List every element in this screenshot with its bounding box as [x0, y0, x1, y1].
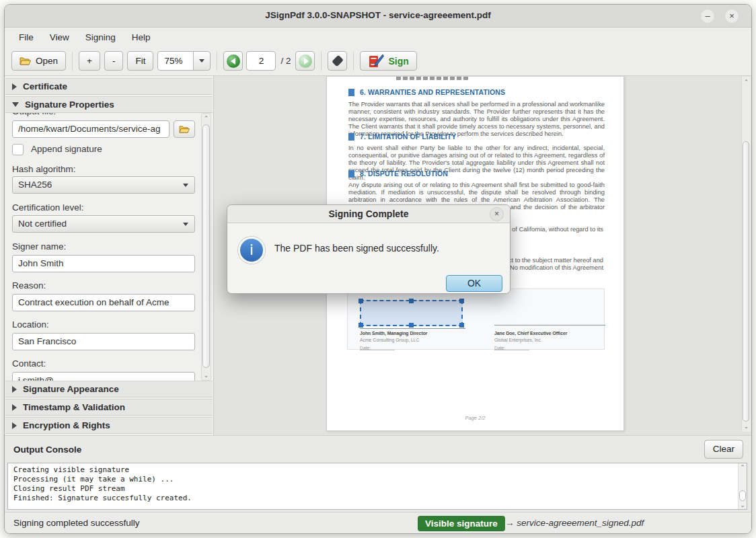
- status-bar: Signing completed successfully Visible s…: [5, 512, 751, 534]
- title-bar: JSignPdf 3.0.0-SNAPSHOT - service-agreee…: [5, 5, 751, 28]
- output-console-panel: Output Console Clear Creating visible si…: [5, 435, 751, 512]
- visible-signature-placement[interactable]: [360, 300, 463, 326]
- browse-output-button[interactable]: [174, 120, 195, 138]
- resize-handle[interactable]: [409, 299, 414, 303]
- scroll-down-icon: ⌄: [742, 423, 751, 430]
- signature-properties-panel: Output file: /home/kwart/Documents/servi…: [5, 113, 213, 381]
- reason-input[interactable]: Contract execution on behalf of Acme: [12, 294, 195, 311]
- folder-icon: [20, 56, 32, 66]
- signature-line: [494, 325, 605, 325]
- output-file-input[interactable]: /home/kwart/Documents/service-ag: [12, 120, 169, 138]
- previous-page-icon: [227, 54, 240, 68]
- toolbar-separator: [217, 52, 217, 71]
- toolbar-separator: [321, 52, 322, 71]
- previous-page-button[interactable]: [223, 51, 243, 71]
- menu-view[interactable]: View: [42, 30, 77, 45]
- status-message: Signing completed successfully: [13, 518, 140, 528]
- certification-level-label: Certification level:: [12, 202, 84, 213]
- scrollbar-thumb[interactable]: [743, 141, 749, 422]
- output-file-label: Output file:: [12, 113, 56, 117]
- menu-file[interactable]: File: [11, 30, 41, 45]
- visible-signature-badge: Visible signature: [418, 516, 505, 531]
- section-certificate-label: Certificate: [23, 81, 67, 91]
- scrollbar-thumb[interactable]: [739, 490, 746, 501]
- chevron-down-icon: [199, 59, 204, 63]
- signer-name-input[interactable]: John Smith: [12, 255, 195, 272]
- section-encryption-rights[interactable]: Encryption & Rights: [5, 417, 213, 434]
- section-signature-appearance[interactable]: Signature Appearance: [5, 381, 213, 397]
- section-signature-appearance-label: Signature Appearance: [23, 384, 119, 394]
- info-icon: i: [238, 237, 265, 264]
- sign-button[interactable]: Sign: [360, 51, 416, 71]
- section-bullet-icon: [348, 170, 354, 178]
- page-footer: Page 2/2: [327, 415, 623, 421]
- zoom-in-button[interactable]: +: [79, 51, 100, 71]
- collapsed-arrow-icon: [12, 404, 17, 411]
- section-bullet-icon: [348, 89, 354, 96]
- resize-handle[interactable]: [459, 299, 464, 303]
- menu-signing[interactable]: Signing: [78, 30, 123, 45]
- dialog-title-bar: Signing Complete ×: [227, 205, 510, 223]
- date-line: [494, 350, 529, 350]
- location-label: Location:: [12, 319, 49, 330]
- close-button[interactable]: ×: [724, 9, 739, 24]
- window-title: JSignPdf 3.0.0-SNAPSHOT - service-agreee…: [5, 10, 751, 20]
- console-scrollbar[interactable]: ⌃ ⌄: [738, 463, 747, 509]
- section-signature-properties[interactable]: Signature Properties: [5, 96, 213, 113]
- date-line: [360, 350, 395, 350]
- zoom-out-button[interactable]: -: [104, 51, 124, 71]
- signing-complete-dialog: Signing Complete × i The PDF has been si…: [227, 204, 511, 294]
- remove-signature-button[interactable]: [328, 51, 347, 71]
- console-log[interactable]: Creating visible signature Processing (i…: [7, 463, 747, 510]
- scrollbar-thumb[interactable]: [202, 124, 210, 368]
- signature-line: [360, 328, 465, 329]
- append-signature-checkbox[interactable]: [12, 144, 24, 155]
- app-window: JSignPdf 3.0.0-SNAPSHOT - service-agreee…: [4, 4, 752, 534]
- sign-pdf-pen-icon: [368, 54, 384, 69]
- certification-level-select[interactable]: Not certified: [12, 215, 195, 233]
- page-total-label: / 2: [280, 56, 291, 66]
- chevron-down-icon: [183, 223, 188, 226]
- zoom-dropdown-button[interactable]: [193, 51, 211, 71]
- reason-label: Reason:: [12, 280, 46, 291]
- output-console-title: Output Console: [13, 445, 81, 455]
- preview-scrollbar[interactable]: ⌃ ⌄: [741, 77, 751, 432]
- signer-org-right: Global Enterprises, Inc.: [494, 338, 542, 342]
- signer-org-left: Acme Consulting Group, LLC: [360, 338, 419, 342]
- next-page-icon: [299, 54, 312, 68]
- contact-input-clipped[interactable]: j.smith@...: [12, 372, 195, 381]
- open-button[interactable]: Open: [11, 51, 66, 71]
- folder-icon: [179, 125, 190, 134]
- hash-algorithm-value: SHA256: [18, 180, 52, 190]
- hash-algorithm-select[interactable]: SHA256: [12, 176, 195, 194]
- sidebar-scrollbar[interactable]: ⌃ ⌄: [201, 113, 211, 381]
- scroll-up-icon: ⌃: [739, 464, 747, 471]
- eraser-icon: [332, 55, 344, 67]
- resize-handle[interactable]: [358, 299, 363, 303]
- minimize-button[interactable]: –: [700, 9, 715, 24]
- clear-button[interactable]: Clear: [704, 440, 743, 459]
- page-number-input[interactable]: 2: [246, 51, 276, 71]
- resize-handle[interactable]: [409, 323, 414, 328]
- menu-bar: File View Signing Help: [5, 28, 751, 46]
- zoom-level-input[interactable]: 75%: [157, 51, 194, 71]
- resize-handle[interactable]: [358, 323, 363, 328]
- open-label: Open: [36, 56, 58, 66]
- toolbar-separator: [353, 52, 354, 71]
- section-timestamp-validation[interactable]: Timestamp & Validation: [5, 399, 213, 416]
- location-input[interactable]: San Francisco: [12, 333, 195, 350]
- collapsed-arrow-icon: [12, 386, 17, 393]
- menu-help[interactable]: Help: [124, 30, 158, 45]
- pdf-section-heading: 7. LIMITATION OF LIABILITY: [348, 132, 456, 141]
- contact-label: Contact:: [12, 358, 46, 369]
- pdf-section-heading: 8. DISPUTE RESOLUTION: [348, 169, 448, 178]
- dialog-close-button[interactable]: ×: [490, 207, 504, 221]
- section-certificate[interactable]: Certificate: [5, 78, 213, 95]
- signer-name-right: Jane Doe, Chief Executive Officer: [494, 331, 567, 336]
- ok-button[interactable]: OK: [446, 275, 502, 292]
- scroll-up-icon: ⌃: [202, 115, 211, 122]
- clipped-text-line: [396, 77, 470, 80]
- fit-button[interactable]: Fit: [127, 51, 153, 71]
- resize-handle[interactable]: [459, 323, 464, 328]
- next-page-button[interactable]: [295, 51, 315, 71]
